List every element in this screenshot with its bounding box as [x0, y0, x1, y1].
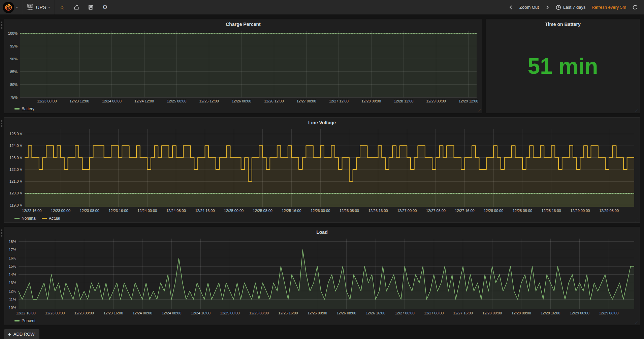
refresh-button[interactable] — [629, 0, 641, 14]
svg-text:10%: 10% — [9, 306, 16, 310]
chevron-left-icon — [509, 5, 513, 10]
svg-text:12/23 16:00: 12/23 16:00 — [103, 311, 123, 315]
panel-resize-handle[interactable]: ⋰ — [478, 109, 481, 112]
time-back-button[interactable] — [506, 0, 516, 14]
svg-text:12/23 00:00: 12/23 00:00 — [51, 209, 70, 213]
svg-text:12/29 00:00: 12/29 00:00 — [426, 99, 446, 103]
svg-text:12/26 00:00: 12/26 00:00 — [232, 99, 251, 103]
svg-text:12/24 00:00: 12/24 00:00 — [137, 209, 157, 213]
panel-resize-handle[interactable]: ⋰ — [635, 321, 639, 324]
zoom-out-button[interactable]: Zoom Out — [516, 0, 542, 14]
svg-text:12%: 12% — [9, 289, 16, 293]
svg-text:100%: 100% — [8, 31, 18, 35]
svg-text:12/23 08:00: 12/23 08:00 — [74, 311, 94, 315]
panel-line-voltage: Line Voltage 119.0 V120.0 V121.0 V122.0 … — [4, 117, 640, 223]
svg-text:12/28 08:00: 12/28 08:00 — [512, 311, 531, 315]
time-range-label: Last 7 days — [563, 5, 586, 10]
svg-text:14%: 14% — [9, 273, 16, 277]
legend-label: Actual — [49, 216, 60, 221]
svg-text:123.0 V: 123.0 V — [9, 156, 23, 160]
legend-label: Battery — [22, 106, 34, 111]
svg-text:12/27 00:00: 12/27 00:00 — [397, 209, 417, 213]
svg-text:12/28 16:00: 12/28 16:00 — [542, 209, 561, 213]
add-row-button[interactable]: + ADD ROW — [4, 329, 39, 339]
share-button[interactable] — [69, 0, 84, 14]
legend-item-percent[interactable]: Percent — [14, 318, 35, 323]
svg-text:124.0 V: 124.0 V — [9, 144, 23, 148]
caret-down-icon: ▾ — [48, 6, 50, 9]
dashboard-row-2: Line Voltage 119.0 V120.0 V121.0 V122.0 … — [4, 117, 640, 223]
dashboard-title: UPS — [36, 4, 46, 10]
svg-text:12/29 12:00: 12/29 12:00 — [459, 99, 478, 103]
dashboard-row-1: Charge Percent 75%80%85%90%95%100%12/23 … — [4, 19, 640, 113]
panel-time-on-battery: Time on Battery 51 min ⋰ — [486, 19, 640, 113]
legend-item-battery[interactable]: Battery — [14, 106, 34, 111]
panel-resize-handle[interactable]: ⋰ — [635, 218, 639, 222]
legend-color-dash — [14, 218, 20, 219]
svg-text:12/22 16:00: 12/22 16:00 — [22, 209, 41, 213]
svg-text:12/28 00:00: 12/28 00:00 — [361, 99, 381, 103]
svg-text:12/25 16:00: 12/25 16:00 — [282, 209, 301, 213]
refresh-interval-picker[interactable]: Refresh every 5m — [588, 0, 629, 14]
save-button[interactable] — [84, 0, 98, 14]
panel-title[interactable]: Charge Percent — [4, 19, 482, 28]
dashboard-picker[interactable]: UPS ▾ — [22, 0, 55, 14]
svg-text:95%: 95% — [10, 44, 18, 48]
legend-item-actual[interactable]: Actual — [42, 216, 60, 221]
row-drag-handle[interactable] — [1, 229, 2, 237]
clock-icon — [556, 5, 561, 10]
chart-canvas-charge-percent[interactable]: 75%80%85%90%95%100%12/23 00:0012/23 12:0… — [4, 28, 482, 105]
row-drag-handle[interactable] — [1, 120, 2, 127]
singlestat-value: 51 min — [486, 28, 640, 113]
svg-text:12/24 16:00: 12/24 16:00 — [195, 209, 215, 213]
grafana-main-menu[interactable]: ▾ — [0, 0, 22, 14]
dashboard-grid-icon — [27, 4, 33, 10]
panel-resize-handle[interactable]: ⋰ — [635, 109, 639, 112]
svg-text:12/27 00:00: 12/27 00:00 — [296, 99, 316, 103]
svg-text:12/28 00:00: 12/28 00:00 — [484, 209, 503, 213]
time-forward-button[interactable] — [542, 0, 553, 14]
legend-label: Percent — [22, 318, 35, 323]
star-button[interactable]: ☆ — [55, 0, 69, 14]
panel-charge-percent: Charge Percent 75%80%85%90%95%100%12/23 … — [4, 19, 482, 113]
svg-text:12/27 12:00: 12/27 12:00 — [329, 99, 349, 103]
svg-text:12/26 00:00: 12/26 00:00 — [308, 311, 327, 315]
dashboard-row-3: Load 10%11%12%13%14%15%16%17%18%12/22 16… — [4, 227, 640, 325]
panel-title[interactable]: Line Voltage — [4, 118, 640, 126]
svg-text:11%: 11% — [9, 298, 16, 302]
row-drag-handle[interactable] — [1, 22, 2, 29]
refresh-icon — [632, 5, 638, 10]
svg-text:12/27 08:00: 12/27 08:00 — [426, 209, 446, 213]
svg-text:12/28 12:00: 12/28 12:00 — [394, 99, 413, 103]
svg-text:12/25 00:00: 12/25 00:00 — [220, 311, 239, 315]
chart-canvas-load[interactable]: 10%11%12%13%14%15%16%17%18%12/22 16:0012… — [4, 236, 640, 317]
svg-text:122.0 V: 122.0 V — [9, 167, 23, 172]
svg-text:12/22 16:00: 12/22 16:00 — [16, 311, 36, 315]
legend-color-dash — [14, 320, 20, 321]
svg-text:18%: 18% — [9, 240, 16, 244]
svg-text:12/26 12:00: 12/26 12:00 — [264, 99, 284, 103]
svg-text:90%: 90% — [10, 57, 18, 61]
chart-legend: NominalActual — [4, 214, 640, 222]
legend-color-dash — [14, 108, 20, 110]
svg-text:12/27 16:00: 12/27 16:00 — [455, 209, 475, 213]
chart-legend: Battery — [4, 105, 482, 113]
svg-text:12/23 16:00: 12/23 16:00 — [108, 209, 128, 213]
svg-text:12/28 08:00: 12/28 08:00 — [513, 209, 532, 213]
time-range-picker[interactable]: Last 7 days — [553, 0, 589, 14]
svg-text:12/23 00:00: 12/23 00:00 — [45, 311, 65, 315]
settings-button[interactable]: ⚙ — [98, 0, 112, 14]
dashboard-content: Charge Percent 75%80%85%90%95%100%12/23 … — [0, 15, 644, 339]
svg-text:12/27 16:00: 12/27 16:00 — [453, 311, 473, 315]
svg-text:121.0 V: 121.0 V — [9, 179, 23, 183]
chart-canvas-line-voltage[interactable]: 119.0 V120.0 V121.0 V122.0 V123.0 V124.0… — [4, 126, 640, 214]
panel-title[interactable]: Load — [4, 227, 640, 236]
legend-item-nominal[interactable]: Nominal — [14, 216, 36, 221]
svg-text:75%: 75% — [10, 95, 18, 99]
star-icon: ☆ — [59, 4, 65, 10]
svg-text:16%: 16% — [9, 256, 16, 260]
caret-down-icon: ▾ — [16, 6, 18, 9]
svg-text:12/29 00:00: 12/29 00:00 — [570, 209, 590, 213]
svg-text:12/28 00:00: 12/28 00:00 — [482, 311, 502, 315]
panel-title[interactable]: Time on Battery — [486, 19, 640, 28]
